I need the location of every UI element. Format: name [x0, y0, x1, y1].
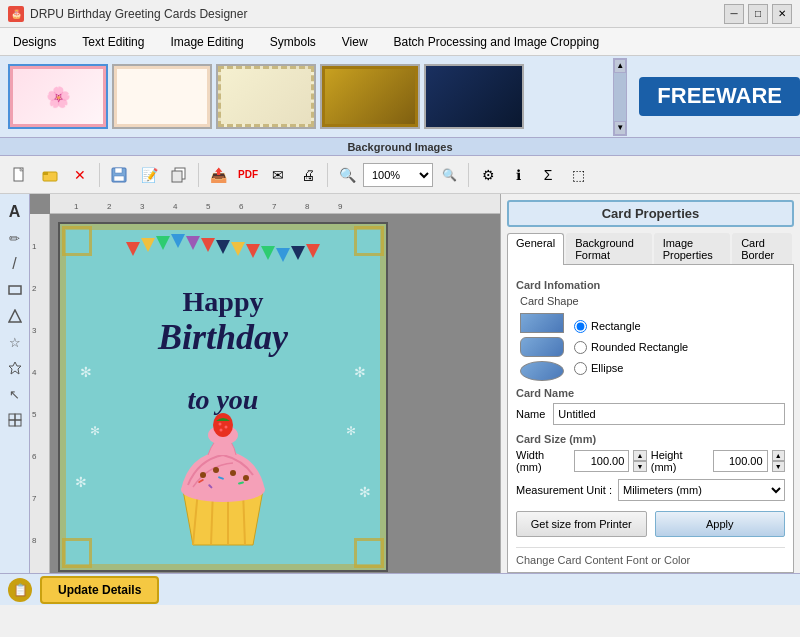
svg-point-27	[213, 467, 219, 473]
triangle-tool-button[interactable]	[3, 304, 27, 328]
radio-rounded-label: Rounded Rectangle	[591, 341, 688, 353]
radio-ellipse-row[interactable]: Ellipse	[574, 362, 688, 375]
crop-button[interactable]: ⬚	[564, 161, 592, 189]
height-label: Height (mm)	[651, 449, 709, 473]
height-spin-down[interactable]: ▼	[772, 461, 785, 472]
card-information-title: Card Infomation	[516, 279, 785, 291]
measurement-select[interactable]: Milimeters (mm) Inches Pixels	[618, 479, 785, 501]
svg-rect-14	[9, 420, 15, 426]
radio-ellipse[interactable]	[574, 362, 587, 375]
menu-text-editing[interactable]: Text Editing	[69, 28, 157, 55]
radio-rounded[interactable]	[574, 341, 587, 354]
text-tool-button[interactable]: A	[3, 200, 27, 224]
width-label: Width (mm)	[516, 449, 570, 473]
title-bar-left: 🎂 DRPU Birthday Greeting Cards Designer	[8, 6, 247, 22]
svg-rect-3	[43, 172, 48, 175]
canvas-area[interactable]: 1 2 3 4 5 6 7 8 9 1 2 3 4 5 6 7 8	[30, 194, 500, 573]
pages-tool-button[interactable]	[3, 408, 27, 432]
toolbar-sep-3	[327, 163, 328, 187]
properties-tabs: General Background Format Image Properti…	[507, 233, 794, 265]
tab-general[interactable]: General	[507, 233, 564, 265]
zoom-in-button[interactable]: 🔍	[333, 161, 361, 189]
copy-button[interactable]	[165, 161, 193, 189]
height-input[interactable]	[713, 450, 768, 472]
menu-symbols[interactable]: Symbols	[257, 28, 329, 55]
card-size-section: Card Size (mm)	[516, 433, 785, 445]
bg-thumb-3[interactable]	[216, 64, 316, 129]
zoom-select[interactable]: 100% 50% 75% 125% 150%	[363, 163, 433, 187]
greeting-card[interactable]: Happy Birthday to you ✻ ✻ ✻ ✻ ✻ ✻	[58, 222, 388, 572]
zoom-out-button[interactable]: 🔍	[435, 161, 463, 189]
shape-round-thumb	[520, 337, 564, 357]
menu-batch-processing[interactable]: Batch Processing and Image Cropping	[381, 28, 612, 55]
arrow-tool-button[interactable]: ↖	[3, 382, 27, 406]
pen-tool-button[interactable]: ✏	[3, 226, 27, 250]
svg-point-26	[200, 472, 206, 478]
maximize-button[interactable]: □	[748, 4, 768, 24]
print-button[interactable]: 🖨	[294, 161, 322, 189]
radio-rectangle[interactable]	[574, 320, 587, 333]
edit-button[interactable]: 📝	[135, 161, 163, 189]
radio-rounded-row[interactable]: Rounded Rectangle	[574, 341, 688, 354]
delete-button[interactable]: ✕	[66, 161, 94, 189]
svg-rect-5	[115, 168, 122, 173]
name-input[interactable]	[553, 403, 785, 425]
get-size-button[interactable]: Get size from Printer	[516, 511, 647, 537]
new-button[interactable]	[6, 161, 34, 189]
radio-ellipse-label: Ellipse	[591, 362, 623, 374]
update-icon: 📋	[8, 578, 32, 602]
title-controls: ─ □ ✕	[724, 4, 792, 24]
shape-tool-button[interactable]	[3, 356, 27, 380]
status-bar: 📋 Update Details	[0, 573, 800, 605]
tab-background-format[interactable]: Background Format	[566, 233, 651, 264]
email-button[interactable]: ✉	[264, 161, 292, 189]
sigma-button[interactable]: Σ	[534, 161, 562, 189]
info-button[interactable]: ℹ	[504, 161, 532, 189]
open-button[interactable]	[36, 161, 64, 189]
app-title: DRPU Birthday Greeting Cards Designer	[30, 7, 247, 21]
svg-rect-9	[9, 286, 21, 294]
tab-image-properties[interactable]: Image Properties	[654, 233, 731, 264]
bg-scrollbar[interactable]: ▲ ▼	[613, 58, 627, 136]
star-tool-button[interactable]: ☆	[3, 330, 27, 354]
card-text-happy: Happy	[70, 284, 376, 320]
export-button[interactable]: 📤	[204, 161, 232, 189]
menu-view[interactable]: View	[329, 28, 381, 55]
toolbar: ✕ 📝 📤 PDF ✉ 🖨 🔍 100% 50% 75% 125% 150% 🔍…	[0, 156, 800, 194]
font-color-settings-button[interactable]: Font or Color Settings	[516, 572, 785, 573]
action-buttons-row: Get size from Printer Apply	[516, 511, 785, 537]
pdf-button[interactable]: PDF	[234, 161, 262, 189]
minimize-button[interactable]: ─	[724, 4, 744, 24]
bg-thumb-2[interactable]	[112, 64, 212, 129]
update-details-button[interactable]: Update Details	[40, 576, 159, 604]
height-spin-up[interactable]: ▲	[772, 450, 785, 461]
ruler-vertical: 1 2 3 4 5 6 7 8	[30, 214, 50, 573]
bg-thumb-1[interactable]: 🌸	[8, 64, 108, 129]
tab-card-border[interactable]: Card Border	[732, 233, 792, 264]
measurement-label: Measurement Unit :	[516, 484, 612, 496]
card-properties-panel: Card Properties General Background Forma…	[500, 194, 800, 573]
apply-button[interactable]: Apply	[655, 511, 786, 537]
bg-thumb-5[interactable]	[424, 64, 524, 129]
width-spin-down[interactable]: ▼	[633, 461, 646, 472]
bg-thumb-4[interactable]	[320, 64, 420, 129]
bg-scroll-up[interactable]: ▲	[614, 59, 626, 73]
radio-rectangle-row[interactable]: Rectangle	[574, 320, 688, 333]
bg-scroll-down[interactable]: ▼	[614, 121, 626, 135]
svg-marker-10	[9, 310, 21, 322]
menu-image-editing[interactable]: Image Editing	[157, 28, 256, 55]
line-tool-button[interactable]: /	[3, 252, 27, 276]
left-toolbar: A ✏ / ☆ ↖	[0, 194, 30, 573]
close-button[interactable]: ✕	[772, 4, 792, 24]
width-spin-up[interactable]: ▲	[633, 450, 646, 461]
width-input[interactable]	[574, 450, 629, 472]
menu-designs[interactable]: Designs	[0, 28, 69, 55]
change-content-label: Change Card Content Font or Color	[516, 547, 785, 566]
svg-point-25	[220, 429, 223, 432]
rect-tool-button[interactable]	[3, 278, 27, 302]
name-label: Name	[516, 408, 545, 420]
svg-rect-15	[15, 420, 21, 426]
settings-button[interactable]: ⚙	[474, 161, 502, 189]
freeware-badge: FREEWARE	[639, 77, 800, 115]
save-button[interactable]	[105, 161, 133, 189]
